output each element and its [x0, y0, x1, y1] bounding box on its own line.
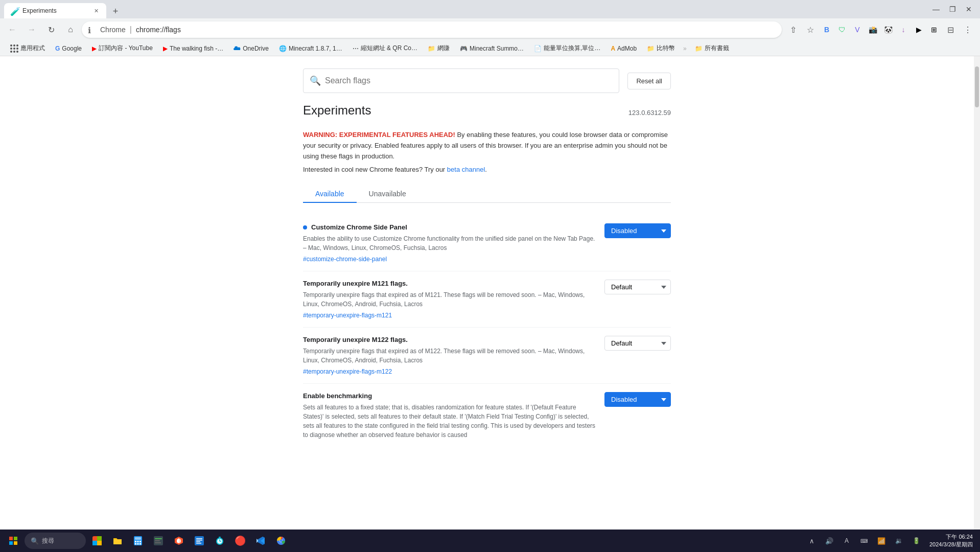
- minecraft-summo-icon: 🎮: [460, 45, 468, 52]
- panda-extension-icon[interactable]: 🐼: [881, 22, 895, 37]
- flag-desc-customize-chrome: Enables the ability to use Customize Chr…: [303, 234, 596, 252]
- address-bar[interactable]: ℹ Chrome | chrome://flags: [82, 21, 782, 38]
- bookmark-youtube[interactable]: ▶ 訂閱內容 - YouTube: [88, 43, 157, 54]
- reload-button[interactable]: ↻: [43, 21, 59, 38]
- flag-item-benchmarking: Enable benchmarking Sets all features to…: [303, 384, 671, 451]
- flag-select-customize-chrome[interactable]: Default Disabled Enabled: [604, 223, 671, 238]
- active-tab[interactable]: 🧪 Experiments ✕: [4, 3, 106, 18]
- tray-keyboard-icon[interactable]: ⌨: [857, 534, 871, 548]
- start-button[interactable]: [4, 532, 22, 550]
- taskbar-app-folder[interactable]: [108, 532, 127, 550]
- flag-name-m121: Temporarily unexpire M121 flags.: [303, 280, 596, 287]
- flag-select-benchmarking[interactable]: Default Disabled Enabled: [604, 392, 671, 407]
- beta-channel-link[interactable]: beta channel: [447, 166, 485, 173]
- home-button[interactable]: ⌂: [62, 21, 79, 38]
- flag-link-customize-chrome[interactable]: #customize-chrome-side-panel: [303, 256, 596, 263]
- audio-extension-icon[interactable]: ▶: [912, 22, 926, 37]
- search-input[interactable]: [325, 76, 613, 85]
- bookmark-apps[interactable]: 應用程式: [6, 43, 49, 54]
- new-tab-button[interactable]: +: [108, 4, 123, 18]
- sidebar-toggle-icon[interactable]: ⊟: [942, 21, 959, 38]
- vpn-extension-icon[interactable]: V: [850, 22, 865, 37]
- taskbar-app-download[interactable]: 🔴: [231, 532, 249, 550]
- tray-battery-icon[interactable]: 🔋: [909, 534, 923, 548]
- back-button[interactable]: ←: [4, 21, 20, 38]
- apps-grid-icon: [10, 44, 18, 53]
- warning-text: WARNING: EXPERIMENTAL FEATURES AHEAD! By…: [303, 130, 671, 162]
- flag-info-m121: Temporarily unexpire M121 flags. Tempora…: [303, 280, 596, 319]
- taskbar-app-media[interactable]: [149, 532, 168, 550]
- tab-close-button[interactable]: ✕: [92, 7, 100, 15]
- flag-info-customize-chrome: Customize Chrome Side Panel Enables the …: [303, 223, 596, 263]
- tray-volume-icon[interactable]: 🔊: [822, 534, 836, 548]
- search-input-wrap[interactable]: 🔍: [303, 68, 619, 93]
- taskbar-app-vscode[interactable]: [251, 532, 270, 550]
- flag-item-m122: Temporarily unexpire M122 flags. Tempora…: [303, 328, 671, 384]
- svg-rect-21: [196, 540, 202, 541]
- bookmark-folder-earn[interactable]: 📁 網賺: [424, 43, 454, 54]
- flag-select-m121[interactable]: Default Disabled Enabled: [604, 280, 671, 294]
- folder-bitcoin-icon: 📁: [647, 45, 655, 52]
- bookmark-admob[interactable]: A AdMob: [606, 44, 641, 53]
- shield-extension-icon[interactable]: 🛡: [835, 22, 849, 37]
- taskbar-search-bar[interactable]: 🔍 搜尋: [25, 533, 86, 549]
- tray-wifi-icon[interactable]: 📶: [874, 534, 889, 548]
- bookmark-google[interactable]: G Google: [51, 44, 86, 53]
- minecraft-icon: 🌐: [279, 45, 287, 52]
- bookmark-folder-all[interactable]: 📁 所有書籤: [691, 43, 733, 54]
- bookmark-walking-fish[interactable]: ▶ The walking fish -…: [159, 44, 227, 53]
- qr-icon: ⋯: [353, 45, 359, 52]
- menu-button[interactable]: ⋮: [960, 21, 976, 38]
- download-extension-icon[interactable]: ↓: [896, 22, 911, 37]
- search-icon: 🔍: [310, 75, 321, 86]
- close-button[interactable]: ✕: [962, 2, 976, 16]
- bookmark-star-icon[interactable]: ☆: [802, 21, 819, 38]
- flag-link-m121[interactable]: #temporary-unexpire-flags-m121: [303, 312, 596, 319]
- taskbar-app-store[interactable]: [88, 532, 106, 550]
- folder-bitcoin-label: 比特幣: [657, 44, 675, 53]
- minecraft-label: Minecraft 1.8.7, 1…: [289, 45, 342, 52]
- search-bar-container: 🔍 Reset all: [303, 68, 671, 93]
- bookmark-qr[interactable]: ⋯ 縮短網址 & QR Co…: [348, 43, 422, 54]
- taskbar-app-writer[interactable]: [190, 532, 208, 550]
- forward-button[interactable]: →: [24, 21, 40, 38]
- windows-logo-icon: [9, 537, 17, 545]
- tab-available[interactable]: Available: [303, 186, 357, 203]
- tab-unavailable[interactable]: Unavailable: [357, 186, 418, 203]
- taskbar-app-timer[interactable]: [211, 532, 229, 550]
- bookmark-onedrive[interactable]: OneDrive: [229, 44, 273, 53]
- folder-earn-icon: 📁: [428, 45, 435, 52]
- tray-speaker-icon[interactable]: 🔉: [892, 534, 906, 548]
- scrollbar-track[interactable]: [974, 56, 980, 530]
- minecraft-summo-label: Minecraft Summo…: [470, 45, 524, 52]
- bookmark-folder-bitcoin[interactable]: 📁 比特幣: [643, 43, 679, 54]
- translate-extension-icon[interactable]: B: [820, 22, 834, 37]
- svg-point-31: [280, 540, 283, 542]
- energy-icon: 📄: [534, 45, 542, 52]
- svg-rect-23: [196, 543, 201, 544]
- system-clock[interactable]: 下午 06:24 2024/3/28/星期四: [926, 533, 976, 549]
- share-icon[interactable]: ⇧: [785, 21, 801, 38]
- maximize-button[interactable]: ❐: [945, 2, 960, 16]
- flag-name-benchmarking: Enable benchmarking: [303, 392, 596, 400]
- interested-prefix: Interested in cool new Chrome features? …: [303, 166, 447, 173]
- scrollbar-thumb[interactable]: [975, 66, 979, 107]
- bookmark-energy[interactable]: 📄 能量單位換算,單位…: [530, 43, 604, 54]
- tabs-container: Available Unavailable: [303, 186, 671, 203]
- minimize-button[interactable]: —: [929, 2, 943, 16]
- taskbar-app-brave[interactable]: [170, 532, 188, 550]
- bookmark-minecraft[interactable]: 🌐 Minecraft 1.8.7, 1…: [275, 44, 346, 53]
- bookmarks-more[interactable]: »: [681, 45, 689, 52]
- flag-link-m122[interactable]: #temporary-unexpire-flags-m122: [303, 368, 596, 375]
- admob-label: AdMob: [617, 45, 637, 52]
- taskbar-app-chrome[interactable]: [272, 532, 290, 550]
- reset-all-button[interactable]: Reset all: [627, 73, 671, 89]
- tray-font-icon[interactable]: A: [839, 534, 854, 548]
- camera-extension-icon[interactable]: 📸: [866, 22, 880, 37]
- taskbar-app-calculator[interactable]: [129, 532, 147, 550]
- extensions-button[interactable]: ⊞: [927, 22, 941, 37]
- flag-select-m122[interactable]: Default Disabled Enabled: [604, 336, 671, 351]
- tray-up-icon[interactable]: ∧: [805, 534, 819, 548]
- bookmark-minecraft-summo[interactable]: 🎮 Minecraft Summo…: [456, 44, 528, 53]
- taskbar: 🔍 搜尋 🔴: [0, 530, 980, 552]
